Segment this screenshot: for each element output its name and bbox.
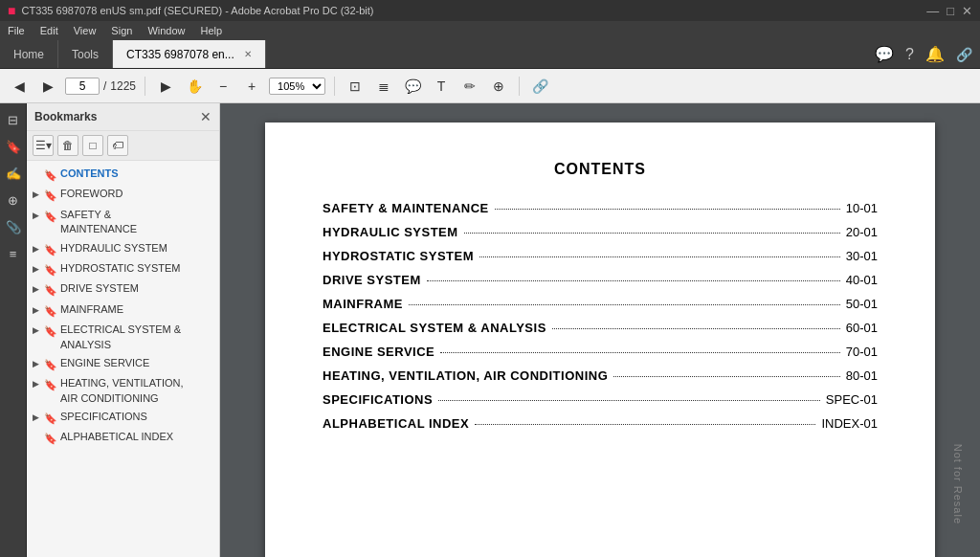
chat-icon[interactable]: 💬 xyxy=(875,45,894,63)
page-number-input[interactable]: 5 xyxy=(65,78,100,95)
find-icon[interactable]: ≡ xyxy=(3,243,24,264)
tab-document[interactable]: CT335 6987078 en... ✕ xyxy=(113,40,266,68)
stamp-button[interactable]: ⊕ xyxy=(487,75,510,98)
attachments-icon[interactable]: 📎 xyxy=(3,216,24,237)
expander-hydraulic[interactable]: ▶ xyxy=(33,241,44,256)
draw-button[interactable]: ✏ xyxy=(458,75,481,98)
bookmark-index[interactable]: 🔖 ALPHABETICAL INDEX xyxy=(27,428,219,448)
toc-label-hydraulic: HYDRAULIC SYSTEM xyxy=(323,225,458,239)
bookmark-tag-button[interactable]: 🏷 xyxy=(107,135,128,156)
page-thumbnails-icon[interactable]: ⊟ xyxy=(3,109,24,130)
tab-tools[interactable]: Tools xyxy=(58,40,113,68)
bookmark-label-safety: SAFETY &MAINTENANCE xyxy=(60,208,215,237)
expander-engine[interactable]: ▶ xyxy=(33,356,44,370)
minimize-button[interactable]: — xyxy=(926,4,939,18)
bookmark-hydrostatic[interactable]: ▶ 🔖 HYDROSTATIC SYSTEM xyxy=(27,259,219,279)
help-icon[interactable]: ? xyxy=(905,46,914,63)
bookmark-drive[interactable]: ▶ 🔖 DRIVE SYSTEM xyxy=(27,279,219,300)
bookmark-engine[interactable]: ▶ 🔖 ENGINE SERVICE xyxy=(27,354,219,374)
select-tool-button[interactable]: ▶ xyxy=(154,75,177,98)
zoom-in-button[interactable]: + xyxy=(240,75,263,98)
bookmark-icon-hydraulic: 🔖 xyxy=(44,241,57,257)
bookmark-label-foreword: FOREWORD xyxy=(60,187,215,201)
menu-edit[interactable]: Edit xyxy=(40,25,58,36)
bookmark-safety[interactable]: ▶ 🔖 SAFETY &MAINTENANCE xyxy=(27,206,219,239)
toc-entry-engine: ENGINE SERVICE 70-01 xyxy=(323,345,878,359)
bookmarks-icon[interactable]: 🔖 xyxy=(3,136,24,157)
expander-drive[interactable]: ▶ xyxy=(33,281,44,296)
bookmark-icon-index: 🔖 xyxy=(44,430,57,446)
expander-mainframe[interactable]: ▶ xyxy=(33,302,44,317)
bookmark-label-engine: ENGINE SERVICE xyxy=(60,356,215,370)
toc-entry-specs: SPECIFICATIONS SPEC-01 xyxy=(323,392,878,407)
expander-hydrostatic[interactable]: ▶ xyxy=(33,261,44,276)
menu-help[interactable]: Help xyxy=(201,25,223,36)
separator-2 xyxy=(334,77,335,96)
comment-button[interactable]: 💬 xyxy=(401,75,424,98)
app-icon: ■ xyxy=(8,3,15,18)
bookmark-icon-foreword: 🔖 xyxy=(44,187,57,203)
bookmark-icon-mainframe: 🔖 xyxy=(44,302,57,319)
bookmarks-header: Bookmarks ✕ xyxy=(27,103,219,131)
bookmark-options-button[interactable]: ☰▾ xyxy=(33,135,54,156)
expander-electrical[interactable]: ▶ xyxy=(33,323,44,337)
toc-label-specs: SPECIFICATIONS xyxy=(323,392,433,407)
menu-view[interactable]: View xyxy=(74,25,97,36)
toc-page-hydraulic: 20-01 xyxy=(846,225,878,239)
menu-file[interactable]: File xyxy=(8,25,25,36)
expander-index xyxy=(33,430,44,432)
pdf-page: CONTENTS SAFETY & MAINTENANCE 10-01 HYDR… xyxy=(265,123,935,557)
toc-dots-engine xyxy=(440,352,839,353)
maximize-button[interactable]: □ xyxy=(947,4,954,18)
bookmark-hvac[interactable]: ▶ 🔖 HEATING, VENTILATION,AIR CONDITIONIN… xyxy=(27,374,219,408)
menu-window[interactable]: Window xyxy=(147,25,185,36)
bookmark-hydraulic[interactable]: ▶ 🔖 HYDRAULIC SYSTEM xyxy=(27,239,219,259)
expander-specs[interactable]: ▶ xyxy=(33,410,44,424)
bookmark-foreword[interactable]: ▶ 🔖 FOREWORD xyxy=(27,185,219,205)
main-area: ⊟ 🔖 ✍ ⊕ 📎 ≡ Bookmarks ✕ ☰▾ 🗑 □ 🏷 🔖 CONTE… xyxy=(0,103,980,557)
previous-page-button[interactable]: ◀ xyxy=(8,75,31,98)
expander-hvac[interactable]: ▶ xyxy=(33,376,44,390)
zoom-select[interactable]: 105% 100% 75% 50% 150% xyxy=(269,78,325,95)
bookmarks-close-button[interactable]: ✕ xyxy=(200,109,212,124)
new-bookmark-button[interactable]: □ xyxy=(82,135,103,156)
bookmark-electrical[interactable]: ▶ 🔖 ELECTRICAL SYSTEM &ANALYSIS xyxy=(27,321,219,354)
delete-bookmark-button[interactable]: 🗑 xyxy=(57,135,78,156)
zoom-out-button[interactable]: − xyxy=(212,75,234,98)
title-bar: ■ CT335 6987078 enUS sm.pdf (SECURED) - … xyxy=(0,0,980,21)
pdf-area[interactable]: CONTENTS SAFETY & MAINTENANCE 10-01 HYDR… xyxy=(220,103,980,557)
fit-page-button[interactable]: ⊡ xyxy=(344,75,367,98)
hand-tool-button[interactable]: ✋ xyxy=(183,75,206,98)
bookmark-label-hvac: HEATING, VENTILATION,AIR CONDITIONING xyxy=(60,376,215,406)
highlight-button[interactable]: T xyxy=(430,75,453,98)
signatures-icon[interactable]: ✍ xyxy=(3,163,24,184)
bookmark-label-hydrostatic: HYDROSTATIC SYSTEM xyxy=(60,261,215,276)
toc-label-safety: SAFETY & MAINTENANCE xyxy=(323,201,489,215)
expander-foreword[interactable]: ▶ xyxy=(33,187,44,201)
bookmark-mainframe[interactable]: ▶ 🔖 MAINFRAME xyxy=(27,301,219,321)
toc-entry-index: ALPHABETICAL INDEX INDEX-01 xyxy=(323,416,878,431)
bookmark-icon-specs: 🔖 xyxy=(44,410,57,426)
bookmark-icon-drive: 🔖 xyxy=(44,281,57,298)
bookmarks-title: Bookmarks xyxy=(34,110,97,123)
reflow-button[interactable]: ≣ xyxy=(372,75,395,98)
next-page-button[interactable]: ▶ xyxy=(36,75,59,98)
watermark: Not for Resale xyxy=(952,444,964,524)
close-button[interactable]: ✕ xyxy=(962,4,972,18)
toc-label-hydrostatic: HYDROSTATIC SYSTEM xyxy=(323,249,474,263)
expander-safety[interactable]: ▶ xyxy=(33,208,44,222)
panel-resize-handle[interactable] xyxy=(215,103,219,557)
tab-home[interactable]: Home xyxy=(0,40,58,68)
menu-sign[interactable]: Sign xyxy=(111,25,132,36)
bookmark-contents[interactable]: 🔖 CONTENTS xyxy=(27,165,219,185)
notification-icon[interactable]: 🔔 xyxy=(925,45,945,63)
menu-bar: File Edit View Sign Window Help xyxy=(0,21,980,40)
bookmark-specs[interactable]: ▶ 🔖 SPECIFICATIONS xyxy=(27,408,219,428)
share-icon[interactable]: 🔗 xyxy=(956,47,972,62)
share-link-button[interactable]: 🔗 xyxy=(528,75,551,98)
tab-close-button[interactable]: ✕ xyxy=(244,49,252,59)
layers-icon[interactable]: ⊕ xyxy=(3,189,24,211)
toc-entry-safety: SAFETY & MAINTENANCE 10-01 xyxy=(323,201,878,215)
toc-dots-specs xyxy=(438,400,820,401)
bookmarks-list: 🔖 CONTENTS ▶ 🔖 FOREWORD ▶ 🔖 SAFETY &MAIN… xyxy=(27,161,219,557)
